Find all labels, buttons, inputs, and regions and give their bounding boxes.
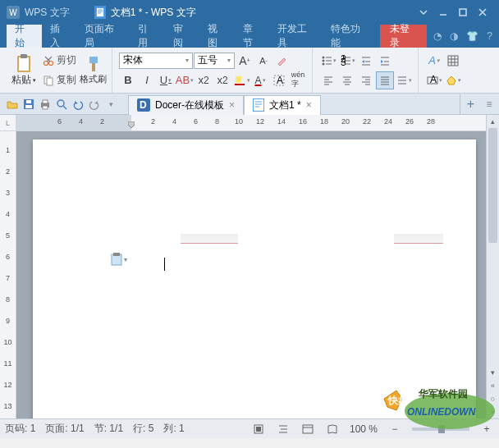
- status-pages[interactable]: 页面: 1/1: [45, 422, 84, 436]
- tab-section[interactable]: 章节: [235, 25, 270, 48]
- text-box-button[interactable]: A▾: [425, 71, 443, 89]
- prev-page-icon[interactable]: «: [487, 379, 499, 392]
- zoom-slider[interactable]: [412, 427, 469, 431]
- qat-open-icon[interactable]: [5, 97, 20, 112]
- clear-format-button[interactable]: [273, 52, 291, 70]
- docer-close-icon[interactable]: ×: [229, 99, 235, 111]
- underline-button[interactable]: U▾: [157, 71, 175, 89]
- bold-button[interactable]: B: [119, 71, 137, 89]
- format-brush-button[interactable]: 格式刷: [80, 55, 107, 85]
- align-right-button[interactable]: [357, 71, 375, 89]
- new-tab-button[interactable]: +: [460, 94, 481, 114]
- size-select[interactable]: 五号▾: [194, 53, 235, 69]
- help-icon[interactable]: ?: [487, 30, 492, 42]
- char-border-button[interactable]: A: [270, 71, 288, 89]
- doc-icon: [94, 6, 106, 19]
- table-button[interactable]: [444, 52, 462, 70]
- view-print-icon[interactable]: [251, 422, 266, 437]
- view-read-icon[interactable]: [325, 422, 340, 437]
- qat-preview-icon[interactable]: [54, 97, 69, 112]
- browse-object-icon[interactable]: ○: [487, 392, 499, 405]
- italic-button[interactable]: I: [138, 71, 156, 89]
- qat-print-icon[interactable]: [38, 97, 53, 112]
- decrease-indent-button[interactable]: [357, 52, 375, 70]
- status-section[interactable]: 节: 1/1: [94, 422, 123, 436]
- skin-icon[interactable]: ◑: [450, 30, 458, 42]
- tab-view[interactable]: 视图: [199, 25, 235, 48]
- qat-save-icon[interactable]: [21, 97, 36, 112]
- zoom-out-button[interactable]: −: [387, 422, 402, 437]
- increase-indent-button[interactable]: [376, 52, 394, 70]
- tab-reference[interactable]: 引用: [130, 25, 165, 48]
- qat-undo-icon[interactable]: [71, 97, 85, 112]
- menu-bar: 开始 插入 页面布局 引用 审阅 视图 章节 开发工具 特色功能 未登录 ◔ ◑…: [0, 25, 499, 48]
- shrink-font-button[interactable]: A-: [254, 52, 272, 70]
- superscript-button[interactable]: x2: [195, 71, 213, 89]
- text-effects-button[interactable]: A▾: [425, 52, 443, 70]
- view-web-icon[interactable]: [300, 422, 315, 437]
- cut-button[interactable]: 剪切: [39, 52, 80, 70]
- grow-font-button[interactable]: A+: [236, 52, 254, 70]
- copy-button[interactable]: 复制: [39, 71, 80, 89]
- doc1-tab[interactable]: 文档1 * ×: [244, 95, 321, 115]
- doc1-close-icon[interactable]: ×: [306, 99, 312, 111]
- align-center-button[interactable]: [338, 71, 356, 89]
- status-page[interactable]: 页码: 1: [5, 422, 35, 436]
- highlight-button[interactable]: ▾: [232, 71, 250, 89]
- close-button[interactable]: [473, 4, 492, 21]
- qat-redo-icon[interactable]: [87, 97, 102, 112]
- paste-button[interactable]: 粘贴▾: [8, 50, 39, 91]
- scroll-thumb[interactable]: [488, 128, 497, 243]
- phonetic-button[interactable]: wén字: [289, 71, 307, 89]
- status-row[interactable]: 行: 5: [133, 422, 153, 436]
- copy-label: 复制: [57, 73, 76, 87]
- ribbon-toggle-icon[interactable]: [414, 4, 433, 21]
- minimize-button[interactable]: [433, 4, 453, 21]
- status-col[interactable]: 列: 1: [163, 422, 184, 436]
- tshirt-icon[interactable]: 👕: [466, 30, 478, 42]
- vertical-scrollbar[interactable]: ▴ ▾ « ○ »: [486, 115, 499, 418]
- tab-review[interactable]: 审阅: [165, 25, 200, 48]
- view-outline-icon[interactable]: [276, 422, 291, 437]
- subscript-button[interactable]: x2: [213, 71, 231, 89]
- sync-icon[interactable]: ◔: [433, 30, 442, 42]
- document-page[interactable]: ▾: [33, 139, 476, 418]
- scroll-down-icon[interactable]: ▾: [487, 366, 499, 379]
- font-select[interactable]: 宋体▾: [119, 53, 193, 69]
- svg-point-17: [322, 59, 324, 62]
- tab-special[interactable]: 特色功能: [323, 25, 376, 48]
- content-fragment: [394, 234, 443, 244]
- font-value: 宋体: [123, 53, 143, 67]
- align-justify-button[interactable]: [376, 71, 394, 89]
- login-button[interactable]: 未登录: [380, 25, 428, 48]
- paste-options-icon[interactable]: ▾: [111, 253, 127, 266]
- svg-rect-77: [256, 427, 261, 432]
- distribute-button[interactable]: ▾: [395, 71, 413, 89]
- docer-tab[interactable]: D Docer-在线模板 ×: [128, 95, 244, 115]
- app-icon: W: [7, 6, 20, 19]
- zoom-value[interactable]: 100 %: [350, 423, 378, 435]
- maximize-button[interactable]: [453, 4, 473, 21]
- tab-start[interactable]: 开始: [7, 25, 42, 48]
- svg-text:D: D: [140, 99, 147, 111]
- bullets-button[interactable]: ▾: [319, 52, 337, 70]
- shading-button[interactable]: ▾: [444, 71, 462, 89]
- font-color-button[interactable]: A▾: [251, 71, 269, 89]
- strikethrough-button[interactable]: AB▾: [176, 71, 194, 89]
- align-left-button[interactable]: [319, 71, 337, 89]
- zoom-in-button[interactable]: +: [479, 422, 494, 437]
- svg-rect-3: [460, 9, 466, 16]
- tab-developer[interactable]: 开发工具: [269, 25, 323, 48]
- size-value: 五号: [198, 53, 217, 67]
- next-page-icon[interactable]: »: [487, 405, 499, 418]
- numbering-button[interactable]: 123▾: [338, 52, 356, 70]
- scroll-up-icon[interactable]: ▴: [487, 115, 499, 128]
- qat-dropdown-icon[interactable]: ▾: [103, 97, 118, 112]
- indent-marker[interactable]: [128, 121, 135, 128]
- tab-menu-icon[interactable]: ≡: [481, 98, 497, 110]
- tab-insert[interactable]: 插入: [42, 25, 77, 48]
- svg-rect-64: [43, 106, 48, 109]
- tab-layout[interactable]: 页面布局: [76, 25, 130, 48]
- horizontal-ruler[interactable]: 6 4 2 2 4 6 8 10 12 14 16 18 20 22 24 26…: [16, 115, 486, 131]
- svg-point-65: [57, 100, 64, 107]
